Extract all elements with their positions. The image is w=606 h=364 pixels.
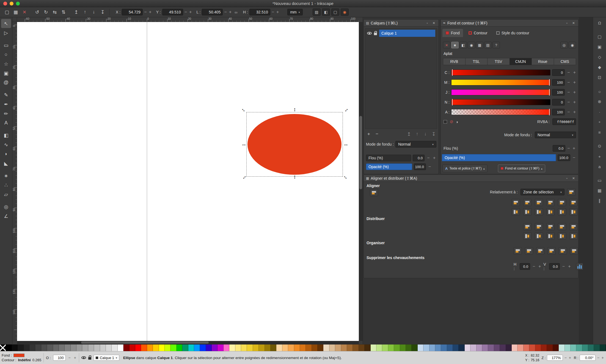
height-field[interactable]: 32.510 xyxy=(249,9,270,15)
width-increment-button[interactable]: + xyxy=(228,10,232,14)
lower-button[interactable]: ↓ xyxy=(90,8,98,16)
palette-swatch[interactable] xyxy=(94,344,100,351)
zoom-increment-button[interactable]: + xyxy=(568,355,572,360)
pen-tool[interactable]: ✒ xyxy=(1,100,11,109)
zoom-decrement-button[interactable]: − xyxy=(564,355,567,360)
canvas[interactable]: ↕ ↕ ↔ ↔ ↔ ↔ ↔ ↔ xyxy=(17,22,359,341)
raise-button[interactable]: ↑ xyxy=(81,8,89,16)
distribute-text-anchors[interactable] xyxy=(569,223,578,230)
yellow-increment-button[interactable]: + xyxy=(572,90,577,95)
radial-gradient-button[interactable]: ◉ xyxy=(468,42,475,48)
palette-swatch[interactable] xyxy=(588,344,594,351)
palette-swatch[interactable] xyxy=(82,344,88,351)
distribute-bottom-edges[interactable] xyxy=(546,232,555,240)
palette-swatch[interactable] xyxy=(476,344,482,351)
yellow-slider[interactable] xyxy=(451,89,550,95)
vertical-scrollbar[interactable] xyxy=(359,22,363,341)
snap-enable-toggle[interactable]: Ω xyxy=(596,19,604,27)
snap-grids-toggle[interactable]: ▦ xyxy=(596,187,604,194)
palette-swatch[interactable] xyxy=(482,344,488,351)
palette-swatch[interactable] xyxy=(265,344,271,351)
palette-swatch[interactable] xyxy=(582,344,588,351)
alpha-decrement-button[interactable]: − xyxy=(566,110,571,114)
palette-swatch[interactable] xyxy=(29,344,35,351)
rgba-field[interactable]: ff0000ff xyxy=(552,118,576,125)
palette-swatch[interactable] xyxy=(18,344,23,351)
snap-bbox-centers-toggle[interactable]: ⊡ xyxy=(596,74,604,81)
palette-swatch[interactable] xyxy=(512,344,517,351)
blur-decrement-button[interactable]: − xyxy=(566,146,571,151)
align-anchor-button[interactable] xyxy=(370,189,378,196)
snap-bbox-edge-midpoints-toggle[interactable]: ◆ xyxy=(596,63,604,71)
palette-swatch[interactable] xyxy=(318,344,323,351)
layer-opacity-decrement-button[interactable]: − xyxy=(428,165,432,169)
layer-opacity-value[interactable]: 100.0 xyxy=(414,163,426,170)
opacity-slider[interactable]: Opacité (%) xyxy=(442,154,556,161)
detach-panel-icon[interactable]: ▫ xyxy=(564,21,569,25)
deselect-button[interactable]: ✕ xyxy=(20,8,29,16)
ellipse-tool[interactable]: ○ xyxy=(1,50,11,59)
calligraphy-tool[interactable]: ✏ xyxy=(1,109,11,118)
snap-guides-toggle[interactable]: ∥ xyxy=(596,197,604,205)
palette-swatch[interactable] xyxy=(141,344,147,351)
palette-swatch[interactable] xyxy=(88,344,94,351)
swatch-button[interactable]: ▤ xyxy=(484,42,492,48)
palette-swatch[interactable] xyxy=(500,344,506,351)
snap-path-intersections-toggle[interactable]: ⊗ xyxy=(596,98,604,105)
selector-tool[interactable]: ↖ xyxy=(1,19,11,28)
palette-swatch[interactable] xyxy=(312,344,318,351)
layer-blur-increment-button[interactable]: + xyxy=(432,156,436,160)
palette-swatch[interactable] xyxy=(559,344,564,351)
palette-swatch[interactable] xyxy=(241,344,247,351)
align-right-edges[interactable] xyxy=(546,199,555,206)
distribute-top-edges[interactable] xyxy=(523,232,531,240)
palette-swatch[interactable] xyxy=(35,344,41,351)
palette-swatch[interactable] xyxy=(600,344,606,351)
palette-swatch[interactable] xyxy=(247,344,253,351)
exchange-in-stacking-order[interactable] xyxy=(536,247,544,254)
snap-rotation-centers-toggle[interactable]: + xyxy=(596,152,604,160)
color-picker-icon[interactable]: ◗ xyxy=(456,120,459,124)
palette-swatch[interactable] xyxy=(271,344,276,351)
cyan-slider[interactable] xyxy=(451,70,550,76)
palette-swatch[interactable] xyxy=(59,344,65,351)
opacity-increment-button[interactable]: + xyxy=(73,355,77,360)
snap-bbox-edges-toggle[interactable]: ▣ xyxy=(596,43,604,51)
blend-mode-dropdown[interactable]: Normal ▾ xyxy=(535,132,576,138)
palette-swatch[interactable] xyxy=(276,344,282,351)
flat-color-button[interactable]: ■ xyxy=(451,42,459,48)
move-patterns-toggle[interactable]: ▨ xyxy=(313,9,321,16)
current-layer-dropdown[interactable]: Calque 1 ▾ xyxy=(93,355,119,361)
layer-visibility-icon[interactable] xyxy=(81,356,86,359)
palette-swatch[interactable] xyxy=(200,344,206,351)
align-right-edges-to-left-edge[interactable] xyxy=(512,199,520,206)
h-gap-decrement-button[interactable]: − xyxy=(532,264,536,269)
rectangle-tool[interactable]: ▭ xyxy=(1,41,11,50)
lower-to-bottom-button[interactable]: ↧ xyxy=(98,8,107,16)
tab-fill[interactable]: Fond xyxy=(442,29,463,37)
horizontal-scrollbar-thumb[interactable] xyxy=(81,341,209,344)
palette-swatch[interactable] xyxy=(123,344,129,351)
palette-swatch[interactable] xyxy=(529,344,535,351)
palette-none-swatch[interactable] xyxy=(0,344,6,351)
gradient-tool[interactable]: ◧ xyxy=(1,131,11,140)
align-text-anchors-horizontal[interactable] xyxy=(569,199,578,206)
palette-swatch[interactable] xyxy=(347,344,353,351)
x-increment-button[interactable]: + xyxy=(148,10,152,14)
spray-tool[interactable]: ∴ xyxy=(1,180,11,190)
layer-name[interactable]: Calque 1 xyxy=(379,30,435,37)
palette-swatch[interactable] xyxy=(506,344,512,351)
y-decrement-button[interactable]: − xyxy=(184,10,188,14)
palette-swatch[interactable] xyxy=(359,344,365,351)
palette-swatch[interactable] xyxy=(159,344,165,351)
palette-swatch[interactable] xyxy=(165,344,170,351)
vertical-ruler[interactable]: 0102030405060708090100110120130140 xyxy=(12,22,17,341)
palette-swatch[interactable] xyxy=(412,344,417,351)
align-left-edges-to-right-edge[interactable] xyxy=(558,199,566,206)
palette-swatch[interactable] xyxy=(382,344,388,351)
remove-overlaps-button[interactable] xyxy=(576,263,583,270)
align-centers-vertical-axis[interactable] xyxy=(535,199,543,206)
palette-swatch[interactable] xyxy=(106,344,112,351)
unknown-paint-button[interactable]: ? xyxy=(492,42,500,48)
fill-stroke-indicator[interactable]: Fond : Contour : Indéfini 0.265 xyxy=(2,354,41,362)
